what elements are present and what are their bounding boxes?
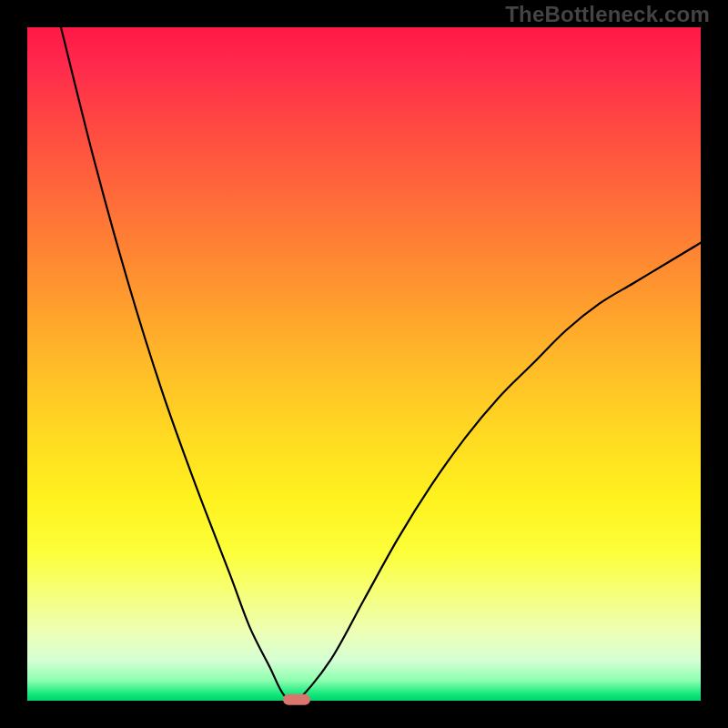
bottleneck-curve — [27, 27, 701, 701]
chart-frame: TheBottleneck.com — [0, 0, 728, 728]
watermark-text: TheBottleneck.com — [505, 2, 710, 27]
plot-area — [27, 27, 701, 701]
minimum-marker — [283, 694, 310, 705]
curve-path — [61, 27, 701, 701]
